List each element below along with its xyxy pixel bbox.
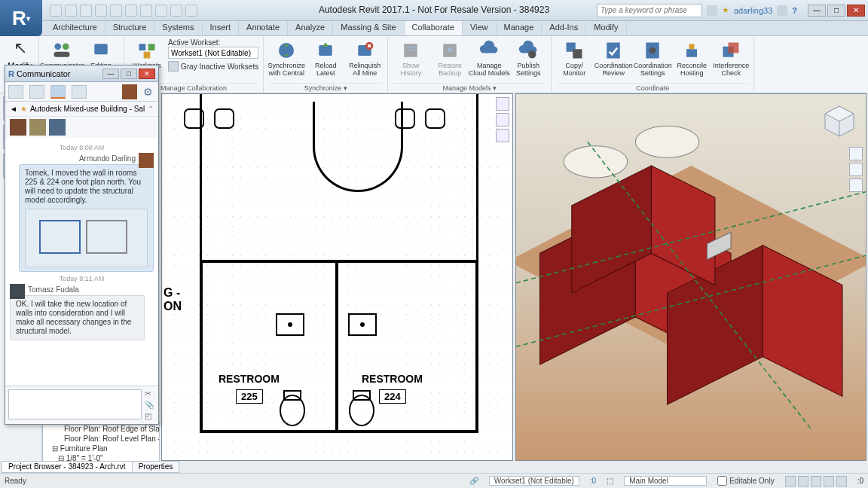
restore-backup-button[interactable]: Restore Backup bbox=[432, 38, 468, 78]
3d-view[interactable]: 3D View: 2nd Floor - 384923 - Arch.rvt —… bbox=[515, 93, 867, 461]
participant-avatar[interactable] bbox=[10, 119, 26, 136]
publish-settings-button[interactable]: Publish Settings bbox=[510, 38, 546, 78]
sync-central-button[interactable]: Synchronize with Central bbox=[268, 38, 304, 78]
pb-tab-properties[interactable]: Properties bbox=[132, 461, 180, 473]
floor-plan-view[interactable]: Floor Plan: Second Floor Plan - 1/8" - 3… bbox=[161, 93, 513, 461]
svg-rect-35 bbox=[185, 109, 203, 128]
search-icon[interactable] bbox=[707, 5, 717, 16]
editable-only-checkbox[interactable]: Editable Only bbox=[717, 476, 774, 486]
comm-tab-list-icon[interactable] bbox=[72, 85, 87, 99]
tab-analyze[interactable]: Analyze bbox=[288, 21, 333, 35]
active-workset-dropdown[interactable] bbox=[168, 47, 258, 59]
maximize-button[interactable]: □ bbox=[827, 5, 845, 17]
svg-rect-4 bbox=[96, 47, 105, 48]
signed-in-user[interactable]: adarling33 bbox=[734, 6, 772, 15]
sel-filter-icon[interactable] bbox=[824, 476, 834, 486]
tab-view[interactable]: View bbox=[463, 21, 497, 35]
participant-avatar[interactable] bbox=[29, 119, 46, 136]
tab-annotate[interactable]: Annotate bbox=[239, 21, 288, 35]
reload-latest-button[interactable]: Reload Latest bbox=[307, 38, 344, 78]
tab-modify[interactable]: Modify bbox=[586, 21, 626, 35]
cut-icon[interactable]: ✂ bbox=[145, 389, 155, 398]
nav-zoom-icon[interactable] bbox=[496, 129, 509, 142]
interference-button[interactable]: Interference Check bbox=[713, 38, 749, 78]
tab-architecture[interactable]: Architecture bbox=[45, 21, 105, 35]
close-button[interactable]: ✕ bbox=[847, 5, 865, 17]
comm-max-icon[interactable]: □ bbox=[121, 69, 137, 79]
modify-cursor-icon[interactable]: ↖ bbox=[14, 38, 27, 58]
coord-review-button[interactable]: Coordination Review bbox=[595, 38, 631, 78]
star-icon[interactable]: ★ bbox=[20, 105, 27, 113]
comm-tab-user-icon[interactable] bbox=[29, 85, 44, 99]
back-icon[interactable]: ◄ bbox=[10, 105, 17, 113]
coordinate-label: Coordinate bbox=[556, 83, 749, 92]
copy-monitor-button[interactable]: Copy/ Monitor bbox=[556, 38, 592, 78]
sel-filter-icon[interactable] bbox=[798, 476, 808, 486]
ribbon-tabs: Architecture Structure Systems Insert An… bbox=[0, 21, 868, 36]
expand-icon[interactable]: ⌃ bbox=[148, 105, 154, 113]
status-main-model[interactable]: Main Model bbox=[624, 476, 707, 486]
comm-tab-chat-icon[interactable] bbox=[50, 85, 66, 99]
nav-orbit-icon[interactable] bbox=[849, 178, 863, 192]
nav-pan-icon[interactable] bbox=[496, 113, 509, 127]
relinquish-button[interactable]: Relinquish All Mine bbox=[347, 38, 383, 78]
comm-tab-people-icon[interactable] bbox=[8, 85, 23, 99]
gray-inactive-icon[interactable] bbox=[168, 61, 179, 72]
timestamp: Today 8:08 AM bbox=[8, 144, 155, 151]
help-search-input[interactable] bbox=[597, 4, 702, 17]
nav-wheel-icon[interactable] bbox=[849, 147, 863, 160]
msg-attachment-plan[interactable] bbox=[25, 209, 148, 267]
message-input[interactable] bbox=[8, 389, 142, 419]
qat-more-icon[interactable] bbox=[185, 5, 197, 17]
coord-settings-button[interactable]: Coordination Settings bbox=[634, 38, 671, 78]
participant-avatar[interactable] bbox=[49, 119, 66, 136]
comm-close-icon[interactable]: ✕ bbox=[139, 69, 155, 79]
tab-insert[interactable]: Insert bbox=[203, 21, 240, 35]
sel-filter-icon[interactable] bbox=[811, 476, 821, 486]
svg-point-17 bbox=[528, 50, 536, 59]
qat-redo-icon[interactable] bbox=[110, 5, 122, 17]
qat-print-icon[interactable] bbox=[125, 5, 137, 17]
manage-models-label[interactable]: Manage Models ▾ bbox=[393, 83, 546, 92]
comm-avatar[interactable] bbox=[122, 84, 137, 99]
tab-systems[interactable]: Systems bbox=[154, 21, 202, 35]
tab-manage[interactable]: Manage bbox=[497, 21, 542, 35]
sel-filter-icon[interactable] bbox=[836, 476, 847, 486]
capture-icon[interactable]: ◰ bbox=[145, 412, 155, 421]
tab-structure[interactable]: Structure bbox=[105, 21, 155, 35]
qat-measure-icon[interactable] bbox=[140, 5, 152, 17]
revit-logo[interactable]: R▾ bbox=[0, 0, 42, 36]
editing-requests-count[interactable]: :0 bbox=[590, 477, 596, 485]
comm-settings-icon[interactable]: ⚙ bbox=[143, 86, 155, 98]
viewcube[interactable] bbox=[821, 102, 858, 139]
communicator-panel[interactable]: R Communicator — □ ✕ ⚙ ◄ ★ Autodesk Mixe… bbox=[5, 65, 159, 425]
status-bar: Ready 🔗 Workset1 (Not Editable) :0 ⬚ Mai… bbox=[0, 473, 868, 488]
tab-massing-site[interactable]: Massing & Site bbox=[333, 21, 404, 35]
msg-text: Tomek, I moved the wall in rooms 225 & 2… bbox=[25, 169, 141, 204]
nav-pan-icon[interactable] bbox=[849, 163, 863, 176]
pb-item[interactable]: Floor Plan: Roof Edge of Slab - 1/8" bbox=[46, 424, 156, 434]
attach-icon[interactable]: 📎 bbox=[145, 401, 155, 410]
show-history-button[interactable]: Show History bbox=[393, 38, 429, 78]
tab-collaborate[interactable]: Collaborate bbox=[405, 21, 463, 35]
sel-filter-icon[interactable] bbox=[785, 476, 796, 486]
synchronize-label[interactable]: Synchronize ▾ bbox=[268, 83, 383, 92]
gray-inactive-label: Gray Inactive Worksets bbox=[181, 63, 258, 71]
nav-wheel-icon[interactable] bbox=[496, 97, 509, 111]
qat-objects-icon[interactable] bbox=[155, 5, 167, 17]
pb-item[interactable]: Floor Plan: Roof Level Plan - 1/8" bbox=[46, 434, 156, 444]
qat-undo-icon[interactable] bbox=[95, 5, 107, 17]
manage-cloud-button[interactable]: Manage Cloud Models bbox=[471, 38, 507, 78]
reconcile-button[interactable]: Reconcile Hosting bbox=[674, 38, 710, 78]
tab-addins[interactable]: Add-Ins bbox=[542, 21, 586, 35]
status-workset[interactable]: Workset1 (Not Editable) bbox=[489, 476, 579, 486]
qat-aux-icon[interactable] bbox=[170, 5, 182, 17]
exchange-icon[interactable] bbox=[777, 5, 787, 16]
qat-sync-icon[interactable] bbox=[80, 5, 92, 17]
project-browser[interactable]: Floor Plan: Roof Edge of Slab - 1/8" Flo… bbox=[42, 422, 160, 464]
qat-save-icon[interactable] bbox=[65, 5, 77, 17]
minimize-button[interactable]: — bbox=[808, 5, 826, 17]
comm-min-icon[interactable]: — bbox=[102, 69, 119, 79]
pb-tab-browser[interactable]: Project Browser - 384923 - Arch.rvt bbox=[2, 461, 133, 473]
qat-open-icon[interactable] bbox=[50, 5, 62, 17]
